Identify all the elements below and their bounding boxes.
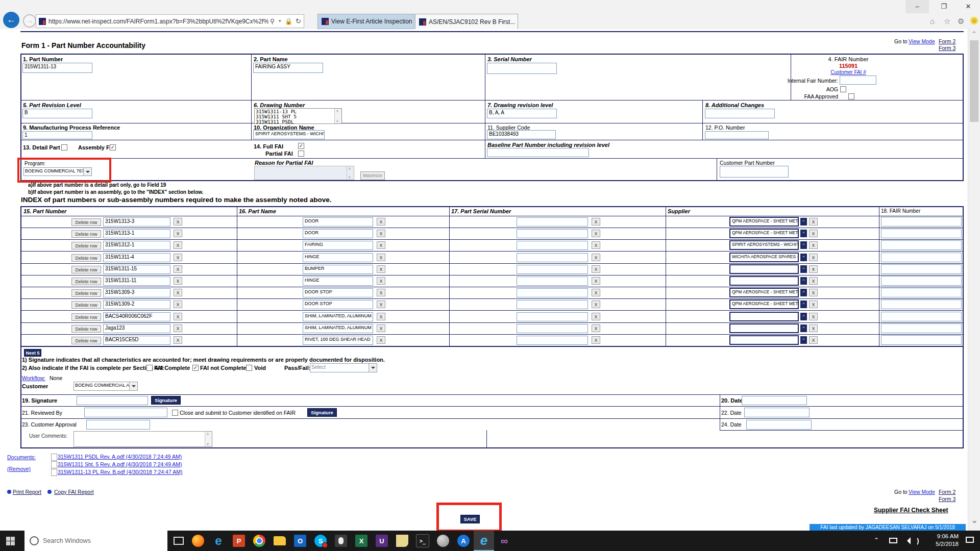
part-number-input[interactable]: 315W1311-13 (22, 63, 92, 73)
row-fair-number-input[interactable] (881, 312, 962, 321)
row-part-name-input[interactable]: HINGE (303, 253, 373, 262)
row-fair-number-input[interactable] (881, 253, 962, 262)
drawing-revision-input[interactable]: B, A, A (487, 109, 557, 118)
start-button[interactable] (0, 531, 20, 551)
row-part-name-input[interactable]: DOOR (303, 229, 373, 238)
clear-serial-button[interactable]: X (592, 218, 600, 226)
baseline-part-number-input[interactable] (487, 148, 589, 157)
page-scrollbar[interactable]: ⌃ ⌄ (968, 29, 980, 531)
void-checkbox[interactable] (246, 365, 252, 371)
taskbar-search-placeholder[interactable]: Search Windows (43, 537, 91, 544)
dark-app-icon[interactable] (331, 531, 351, 551)
supplier-lookup-button[interactable] (800, 336, 807, 344)
row-part-number-input[interactable]: 315W1311-4 (103, 253, 170, 262)
signature-button[interactable]: Signature (151, 396, 181, 405)
po-number-input[interactable] (705, 131, 769, 139)
scroll-down-icon[interactable]: ⌄ (971, 515, 978, 525)
file-explorer-icon[interactable] (270, 531, 290, 551)
delete-row-button[interactable]: Delete row (71, 218, 101, 226)
clear-part-name-button[interactable]: X (377, 241, 385, 249)
scrollbar-thumb[interactable] (970, 40, 978, 122)
row-part-number-input[interactable]: BACS40R006C062F (103, 312, 170, 321)
textarea-scrollbar[interactable] (205, 432, 212, 446)
supplier-lookup-button[interactable] (800, 218, 807, 226)
delete-row-button[interactable]: Delete row (71, 289, 101, 297)
customer-part-number-input[interactable] (720, 166, 789, 178)
row-fair-number-input[interactable] (881, 276, 962, 286)
row-part-name-input[interactable]: BUMPER (303, 265, 373, 274)
row-serial-number-input[interactable] (517, 265, 588, 274)
taskbar-search-box[interactable]: Search Windows (24, 531, 167, 551)
customer-approval-input[interactable] (86, 420, 150, 430)
form2-link[interactable]: Form 2 (939, 38, 955, 44)
clear-part-number-button[interactable]: X (174, 230, 182, 237)
clear-part-name-button[interactable]: X (377, 218, 385, 226)
clear-part-number-button[interactable]: X (174, 324, 182, 332)
row-part-name-input[interactable]: DOOR STOP (303, 300, 373, 309)
clear-supplier-button[interactable]: X (809, 277, 818, 285)
supplier-lookup-button[interactable] (800, 289, 807, 296)
gray-sphere-app-icon[interactable] (433, 531, 453, 551)
delete-row-button[interactable]: Delete row (71, 313, 101, 321)
clear-part-number-button[interactable]: X (174, 277, 182, 285)
part-name-input[interactable]: FAIRING ASSY (253, 63, 323, 73)
clear-supplier-button[interactable]: X (809, 241, 818, 249)
row-serial-number-input[interactable] (517, 288, 588, 297)
row-fair-number-input[interactable] (881, 299, 962, 309)
home-icon[interactable]: ⌂ (930, 17, 935, 26)
row-fair-number-input[interactable] (881, 323, 962, 333)
row-part-number-input[interactable]: 315W1313-1 (103, 229, 170, 238)
clear-part-name-button[interactable]: X (377, 277, 385, 285)
clear-supplier-button[interactable]: X (809, 313, 818, 320)
powerpoint-icon[interactable]: P (229, 531, 249, 551)
clear-supplier-button[interactable]: X (809, 218, 818, 226)
smiley-feedback-icon[interactable]: ☺ (970, 17, 978, 24)
clear-supplier-button[interactable]: X (809, 336, 818, 344)
full-fai-checkbox[interactable] (298, 143, 304, 149)
next5-button[interactable]: Next 5 (24, 349, 41, 357)
clear-serial-button[interactable]: X (592, 336, 600, 344)
customer-fai-link[interactable]: Customer FAI # (818, 69, 879, 75)
close-button[interactable]: ✕ (957, 0, 980, 13)
tray-clock[interactable]: 9:06 AM 5/2/2018 (922, 533, 959, 548)
refresh-icon[interactable]: ↻ (294, 17, 304, 25)
clear-serial-button[interactable]: X (592, 230, 600, 237)
row-part-number-input[interactable]: 315W1309-3 (103, 288, 170, 297)
clear-serial-button[interactable]: X (592, 241, 600, 249)
row-part-number-input[interactable]: 315W1309-2 (103, 300, 170, 309)
clear-part-name-button[interactable]: X (377, 265, 385, 273)
passfail-select[interactable]: Select (310, 363, 377, 372)
remove-link[interactable]: (Remove) (7, 466, 31, 472)
chevron-down-icon[interactable] (129, 382, 137, 390)
drawing-number-textarea[interactable]: 315W1311-13 PL 315W1311 SHT 5 315W1311 P… (254, 108, 342, 124)
row-fair-number-input[interactable] (881, 217, 962, 227)
row-part-number-input[interactable]: 315W1313-3 (103, 217, 170, 227)
close-submit-checkbox[interactable] (172, 410, 178, 416)
user-comments-textarea[interactable] (74, 431, 212, 447)
chevron-down-icon[interactable] (369, 364, 377, 372)
clear-supplier-button[interactable]: X (809, 265, 818, 273)
clear-supplier-button[interactable]: X (809, 254, 818, 261)
supplier-lookup-button[interactable] (800, 254, 807, 261)
document-file-link[interactable]: 315W1311 Sht. 5 Rev. A.pdf (4/30/2018 7:… (58, 461, 182, 467)
command-prompt-icon[interactable]: >_ (412, 531, 433, 551)
clear-serial-button[interactable]: X (592, 324, 600, 332)
clear-part-name-button[interactable]: X (377, 336, 385, 344)
row-part-name-input[interactable]: DOOR STOP (303, 288, 373, 297)
row-supplier-input[interactable]: WICHITA AEROSPACE SPARES - W (729, 253, 799, 262)
maximize-button[interactable]: Maximize (360, 171, 385, 180)
supplier-code-input[interactable]: BE10338493 (487, 130, 556, 139)
clear-serial-button[interactable]: X (592, 277, 600, 285)
clear-part-name-button[interactable]: X (377, 324, 385, 332)
search-dropdown-icon[interactable]: ▼ (276, 19, 283, 23)
forward-button[interactable]: → (23, 14, 36, 28)
clear-serial-button[interactable]: X (592, 289, 600, 296)
search-icon[interactable]: ⚲ (268, 17, 277, 25)
excel-icon[interactable]: X (351, 531, 372, 551)
row-part-number-input[interactable]: 315W1311-11 (103, 277, 170, 286)
tab-view-efirst[interactable]: View E-First Article Inspection ... (317, 14, 414, 29)
faa-approved-checkbox[interactable] (848, 93, 854, 99)
row-serial-number-input[interactable] (517, 229, 588, 238)
ultipro-icon[interactable]: U (372, 531, 392, 551)
document-file-link[interactable]: 315W1311-13 PL Rev. B.pdf (4/30/2018 7:2… (58, 469, 182, 475)
